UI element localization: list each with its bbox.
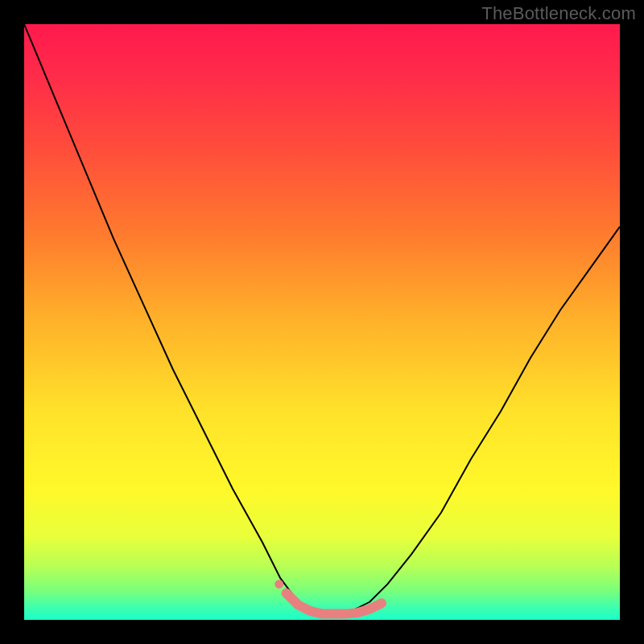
bottleneck-curve-path (24, 24, 620, 614)
optimum-marker-lead-dot (275, 580, 283, 588)
chart-frame: TheBottleneck.com (0, 0, 644, 644)
watermark-text: TheBottleneck.com (481, 3, 636, 24)
optimum-marker-group (275, 580, 382, 613)
chart-svg (24, 24, 620, 620)
chart-plot-area (24, 24, 620, 620)
bottleneck-curve (24, 24, 620, 614)
